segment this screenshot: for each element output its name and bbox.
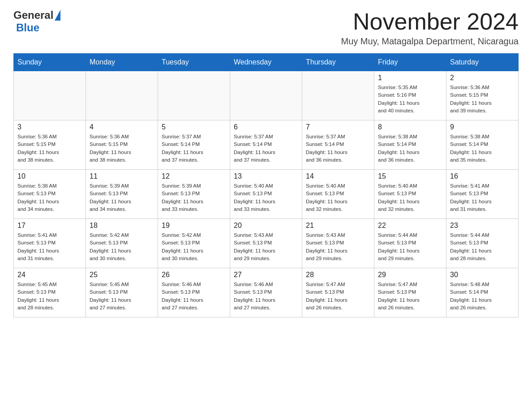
day-info: Sunrise: 5:40 AM Sunset: 5:13 PM Dayligh…	[234, 182, 298, 213]
day-info: Sunrise: 5:36 AM Sunset: 5:15 PM Dayligh…	[450, 84, 515, 115]
calendar-cell: 20Sunrise: 5:43 AM Sunset: 5:13 PM Dayli…	[230, 219, 302, 268]
logo: General Blue	[13, 9, 60, 34]
day-number: 13	[234, 172, 298, 180]
calendar-cell: 1Sunrise: 5:35 AM Sunset: 5:16 PM Daylig…	[374, 71, 446, 120]
day-number: 12	[162, 172, 226, 180]
day-number: 5	[162, 123, 226, 131]
day-number: 18	[90, 222, 154, 230]
day-number: 27	[234, 271, 298, 279]
day-number: 30	[450, 271, 515, 279]
calendar-cell	[230, 71, 302, 120]
calendar-week-4: 17Sunrise: 5:41 AM Sunset: 5:13 PM Dayli…	[14, 219, 519, 268]
calendar-cell: 3Sunrise: 5:36 AM Sunset: 5:15 PM Daylig…	[14, 120, 86, 170]
day-number: 9	[450, 123, 515, 131]
day-info: Sunrise: 5:42 AM Sunset: 5:13 PM Dayligh…	[90, 231, 154, 262]
day-info: Sunrise: 5:48 AM Sunset: 5:14 PM Dayligh…	[450, 281, 515, 312]
calendar-cell: 4Sunrise: 5:36 AM Sunset: 5:15 PM Daylig…	[86, 120, 158, 170]
calendar-cell: 19Sunrise: 5:42 AM Sunset: 5:13 PM Dayli…	[158, 219, 230, 268]
day-number: 17	[17, 222, 82, 230]
calendar-cell: 29Sunrise: 5:47 AM Sunset: 5:13 PM Dayli…	[374, 268, 446, 317]
calendar-cell: 26Sunrise: 5:46 AM Sunset: 5:13 PM Dayli…	[158, 268, 230, 317]
day-number: 28	[306, 271, 370, 279]
calendar-cell: 10Sunrise: 5:38 AM Sunset: 5:13 PM Dayli…	[14, 170, 86, 219]
title-section: November 2024 Muy Muy, Matagalpa Departm…	[341, 9, 519, 47]
day-number: 26	[162, 271, 226, 279]
day-info: Sunrise: 5:39 AM Sunset: 5:13 PM Dayligh…	[90, 182, 154, 213]
day-number: 4	[90, 123, 154, 131]
day-info: Sunrise: 5:37 AM Sunset: 5:14 PM Dayligh…	[234, 133, 298, 164]
calendar-cell	[158, 71, 230, 120]
day-info: Sunrise: 5:36 AM Sunset: 5:15 PM Dayligh…	[90, 133, 154, 164]
day-info: Sunrise: 5:41 AM Sunset: 5:13 PM Dayligh…	[450, 182, 515, 213]
calendar-header-thursday: Thursday	[302, 54, 374, 71]
day-info: Sunrise: 5:41 AM Sunset: 5:13 PM Dayligh…	[17, 231, 82, 262]
day-info: Sunrise: 5:47 AM Sunset: 5:13 PM Dayligh…	[306, 281, 370, 312]
day-info: Sunrise: 5:46 AM Sunset: 5:13 PM Dayligh…	[234, 281, 298, 312]
calendar-cell: 5Sunrise: 5:37 AM Sunset: 5:14 PM Daylig…	[158, 120, 230, 170]
calendar-cell	[14, 71, 86, 120]
location-title: Muy Muy, Matagalpa Department, Nicaragua	[341, 36, 519, 47]
day-number: 29	[378, 271, 442, 279]
day-info: Sunrise: 5:43 AM Sunset: 5:13 PM Dayligh…	[234, 231, 298, 262]
calendar-cell: 7Sunrise: 5:37 AM Sunset: 5:14 PM Daylig…	[302, 120, 374, 170]
calendar-table: SundayMondayTuesdayWednesdayThursdayFrid…	[13, 53, 519, 317]
day-number: 1	[378, 74, 442, 82]
calendar-cell: 22Sunrise: 5:44 AM Sunset: 5:13 PM Dayli…	[374, 219, 446, 268]
calendar-week-3: 10Sunrise: 5:38 AM Sunset: 5:13 PM Dayli…	[14, 170, 519, 219]
day-info: Sunrise: 5:42 AM Sunset: 5:13 PM Dayligh…	[162, 231, 226, 262]
calendar-cell: 2Sunrise: 5:36 AM Sunset: 5:15 PM Daylig…	[446, 71, 519, 120]
day-number: 2	[450, 74, 515, 82]
day-number: 15	[378, 172, 442, 180]
calendar-cell	[302, 71, 374, 120]
calendar-cell: 30Sunrise: 5:48 AM Sunset: 5:14 PM Dayli…	[446, 268, 519, 317]
day-info: Sunrise: 5:35 AM Sunset: 5:16 PM Dayligh…	[378, 84, 442, 115]
calendar-cell: 27Sunrise: 5:46 AM Sunset: 5:13 PM Dayli…	[230, 268, 302, 317]
calendar-cell: 14Sunrise: 5:40 AM Sunset: 5:13 PM Dayli…	[302, 170, 374, 219]
calendar-cell: 6Sunrise: 5:37 AM Sunset: 5:14 PM Daylig…	[230, 120, 302, 170]
day-info: Sunrise: 5:45 AM Sunset: 5:13 PM Dayligh…	[90, 281, 154, 312]
day-info: Sunrise: 5:40 AM Sunset: 5:13 PM Dayligh…	[378, 182, 442, 213]
day-number: 16	[450, 172, 515, 180]
day-info: Sunrise: 5:39 AM Sunset: 5:13 PM Dayligh…	[162, 182, 226, 213]
calendar-cell: 23Sunrise: 5:44 AM Sunset: 5:13 PM Dayli…	[446, 219, 519, 268]
day-info: Sunrise: 5:46 AM Sunset: 5:13 PM Dayligh…	[162, 281, 226, 312]
calendar-header-sunday: Sunday	[14, 54, 86, 71]
day-info: Sunrise: 5:40 AM Sunset: 5:13 PM Dayligh…	[306, 182, 370, 213]
page-header: General Blue November 2024 Muy Muy, Mata…	[13, 9, 519, 47]
calendar-cell	[86, 71, 158, 120]
day-info: Sunrise: 5:37 AM Sunset: 5:14 PM Dayligh…	[306, 133, 370, 164]
day-info: Sunrise: 5:45 AM Sunset: 5:13 PM Dayligh…	[17, 281, 82, 312]
day-info: Sunrise: 5:43 AM Sunset: 5:13 PM Dayligh…	[306, 231, 370, 262]
calendar-cell: 28Sunrise: 5:47 AM Sunset: 5:13 PM Dayli…	[302, 268, 374, 317]
day-info: Sunrise: 5:38 AM Sunset: 5:14 PM Dayligh…	[378, 133, 442, 164]
day-info: Sunrise: 5:44 AM Sunset: 5:13 PM Dayligh…	[450, 231, 515, 262]
calendar-cell: 11Sunrise: 5:39 AM Sunset: 5:13 PM Dayli…	[86, 170, 158, 219]
calendar-week-2: 3Sunrise: 5:36 AM Sunset: 5:15 PM Daylig…	[14, 120, 519, 170]
day-info: Sunrise: 5:47 AM Sunset: 5:13 PM Dayligh…	[378, 281, 442, 312]
calendar-cell: 25Sunrise: 5:45 AM Sunset: 5:13 PM Dayli…	[86, 268, 158, 317]
calendar-cell: 21Sunrise: 5:43 AM Sunset: 5:13 PM Dayli…	[302, 219, 374, 268]
day-info: Sunrise: 5:36 AM Sunset: 5:15 PM Dayligh…	[17, 133, 82, 164]
calendar-header-friday: Friday	[374, 54, 446, 71]
day-number: 24	[17, 271, 82, 279]
day-number: 23	[450, 222, 515, 230]
day-number: 19	[162, 222, 226, 230]
day-number: 7	[306, 123, 370, 131]
day-info: Sunrise: 5:37 AM Sunset: 5:14 PM Dayligh…	[162, 133, 226, 164]
day-number: 3	[17, 123, 82, 131]
day-number: 10	[17, 172, 82, 180]
month-title: November 2024	[341, 9, 519, 34]
day-info: Sunrise: 5:38 AM Sunset: 5:14 PM Dayligh…	[450, 133, 515, 164]
calendar-header-monday: Monday	[86, 54, 158, 71]
calendar-cell: 17Sunrise: 5:41 AM Sunset: 5:13 PM Dayli…	[14, 219, 86, 268]
calendar-cell: 16Sunrise: 5:41 AM Sunset: 5:13 PM Dayli…	[446, 170, 519, 219]
logo-general-text: General	[13, 9, 53, 21]
day-number: 20	[234, 222, 298, 230]
logo-blue-text: Blue	[16, 21, 39, 34]
day-number: 11	[90, 172, 154, 180]
day-info: Sunrise: 5:38 AM Sunset: 5:13 PM Dayligh…	[17, 182, 82, 213]
day-number: 25	[90, 271, 154, 279]
calendar-cell: 12Sunrise: 5:39 AM Sunset: 5:13 PM Dayli…	[158, 170, 230, 219]
calendar-cell: 24Sunrise: 5:45 AM Sunset: 5:13 PM Dayli…	[14, 268, 86, 317]
calendar-cell: 13Sunrise: 5:40 AM Sunset: 5:13 PM Dayli…	[230, 170, 302, 219]
